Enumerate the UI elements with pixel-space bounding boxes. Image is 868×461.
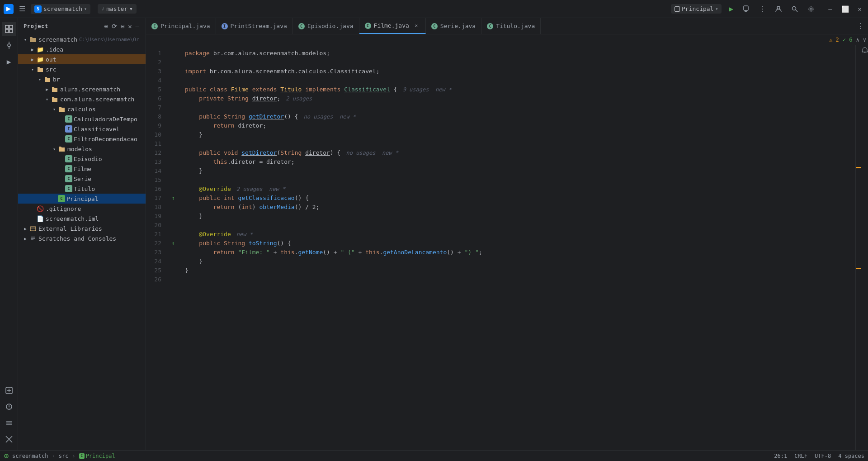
interface-icon: I (65, 125, 72, 133)
tree-label-filme: Filme (72, 166, 91, 172)
tree-item-scratches[interactable]: ▶ Scratches and Consoles (18, 233, 146, 243)
code-line-8: public String getDiretor() { no usages n… (178, 112, 855, 121)
notifications-icon[interactable] (860, 45, 868, 57)
refresh-icon[interactable]: ⟳ (111, 22, 118, 31)
activity-debug-icon[interactable] (2, 399, 16, 414)
gutter-override-17[interactable]: ↑ (169, 194, 178, 203)
activity-tools-icon[interactable] (2, 416, 16, 430)
activity-commit-icon[interactable] (2, 38, 16, 52)
tree-label-titulo: Titulo (72, 185, 95, 192)
tree-item-episodio[interactable]: ▶ C Episodio (18, 154, 146, 164)
branch-switcher[interactable]: ⑂ master ▾ (98, 4, 137, 14)
add-file-icon[interactable]: ⊕ (103, 22, 108, 31)
tree-item-out[interactable]: ▶ 📁 out (18, 54, 146, 64)
run-config[interactable]: Principal ▾ (671, 4, 722, 14)
activity-build-icon[interactable] (2, 383, 16, 398)
tree-item-serie[interactable]: ▶ C Serie (18, 174, 146, 184)
tree-item-idea[interactable]: ▶ 📁 .idea (18, 44, 146, 54)
code-line-19: } (178, 212, 855, 221)
code-content[interactable]: package br.com.alura.screenmatch.modelos… (178, 45, 855, 450)
tree-label-scratches: Scratches and Consoles (37, 235, 116, 242)
tree-item-br[interactable]: ▾ br (18, 74, 146, 84)
tab-filme[interactable]: C Filme.java ✕ (359, 18, 426, 34)
br-folder-icon (43, 75, 52, 83)
tab-episodio[interactable]: C Episodio.java (293, 18, 359, 34)
run-config-name: Principal (682, 5, 713, 12)
tree-item-external-libs[interactable]: ▶ External Libraries (18, 223, 146, 233)
gutter-override-22[interactable]: ↑ (169, 239, 178, 248)
gutter-23 (169, 248, 178, 257)
tree-item-calculos[interactable]: ▾ calculos (18, 104, 146, 114)
svg-rect-24 (30, 227, 36, 231)
gutter-20 (169, 221, 178, 230)
tab-close-filme[interactable]: ✕ (413, 22, 420, 29)
code-line-24: } (178, 257, 855, 266)
tree-item-src[interactable]: ▾ src (18, 64, 146, 74)
main-content: ▶ (0, 18, 868, 450)
tree-item-classificavel[interactable]: ▶ I Classificavel (18, 124, 146, 134)
collapse-gutter-icon[interactable]: ∨ (863, 37, 866, 43)
run-button[interactable]: ▶ (727, 3, 735, 15)
tab-printstream[interactable]: I PrintStream.java (216, 18, 293, 34)
tree-item-screenmatch[interactable]: ▾ screenmatch C:\Users\Username\Or (18, 34, 146, 44)
search-button[interactable] (789, 4, 800, 14)
svg-rect-10 (5, 29, 9, 33)
gutter-12 (169, 148, 178, 157)
status-bar: screenmatch › src › C Principal 26:1 CRL… (0, 450, 868, 461)
tree-item-com-alura[interactable]: ▾ com.alura.screenmatch (18, 94, 146, 104)
tree-item-calculadora[interactable]: ▶ C CalculadoraDeTempo (18, 114, 146, 124)
code-line-16: @Override 2 usages new * (178, 185, 855, 194)
svg-rect-8 (5, 25, 9, 29)
tab-more-button[interactable]: ⋮ (854, 18, 868, 34)
expand-gutter-icon[interactable]: ∧ (856, 37, 859, 43)
line-num-15: 15 (146, 176, 165, 185)
tree-item-titulo[interactable]: ▶ C Titulo (18, 184, 146, 194)
debug-button[interactable] (741, 4, 751, 14)
run-config-chevron-icon: ▾ (715, 6, 718, 11)
tab-serie[interactable]: C Serie.java (426, 18, 481, 34)
tree-label-serie: Serie (72, 176, 91, 182)
tree-item-gitignore[interactable]: ▶ 🚫 .gitignore (18, 204, 146, 214)
tree-item-iml[interactable]: ▶ 📄 screenmatch.iml (18, 214, 146, 223)
hamburger-menu[interactable]: ☰ (17, 3, 27, 15)
gutter-16 (169, 185, 178, 194)
activity-run-icon[interactable]: ▶ (2, 54, 16, 69)
settings-sidebar-icon[interactable]: — (135, 22, 140, 31)
tree-item-alura[interactable]: ▶ alura.screenmatch (18, 84, 146, 94)
activity-git-icon[interactable] (2, 432, 16, 447)
activity-project-icon[interactable] (2, 22, 16, 36)
settings-button[interactable] (806, 4, 816, 14)
gutter-21 (169, 230, 178, 239)
maximize-button[interactable]: ⬜ (839, 5, 852, 14)
tree-item-principal[interactable]: ▶ C Principal (18, 194, 146, 204)
close-sidebar-icon[interactable]: ✕ (127, 22, 132, 31)
project-chevron-icon: ▾ (84, 6, 87, 11)
more-options-button[interactable]: ⋮ (757, 3, 768, 15)
titulo-class-icon: C (65, 185, 72, 192)
tree-label-episodio: Episodio (72, 156, 102, 162)
code-line-9: return diretor; (178, 121, 855, 130)
line-num-9: 9 (146, 121, 165, 130)
ok-count: ✓ 6 (843, 37, 853, 43)
svg-point-12 (8, 44, 10, 47)
project-switcher[interactable]: S screenmatch ▾ (31, 4, 90, 14)
gutter-10 (169, 130, 178, 139)
tab-titulo[interactable]: C Titulo.java (481, 18, 541, 34)
profile-button[interactable] (773, 4, 784, 14)
status-sep-2: › (72, 453, 75, 459)
tree-item-filme[interactable]: ▶ C Filme (18, 164, 146, 174)
tab-principal[interactable]: C Principal.java (146, 18, 216, 34)
tree-label-br: br (52, 76, 60, 83)
svg-point-7 (810, 8, 812, 10)
close-button[interactable]: ✕ (855, 5, 864, 14)
code-line-15 (178, 176, 855, 185)
svg-rect-1 (744, 6, 748, 10)
expand-arrow-icon: ▶ (43, 84, 51, 94)
tab-icon-serie: C (431, 23, 438, 29)
expand-arrow-icon: ▾ (22, 34, 29, 44)
tree-item-filtro[interactable]: ▶ C FiltroRecomendacao (18, 134, 146, 144)
collapse-all-icon[interactable]: ⊟ (120, 22, 125, 31)
line-num-16: 16 (146, 185, 165, 194)
tree-item-modelos[interactable]: ▾ modelos (18, 144, 146, 154)
minimize-button[interactable]: — (826, 5, 835, 14)
